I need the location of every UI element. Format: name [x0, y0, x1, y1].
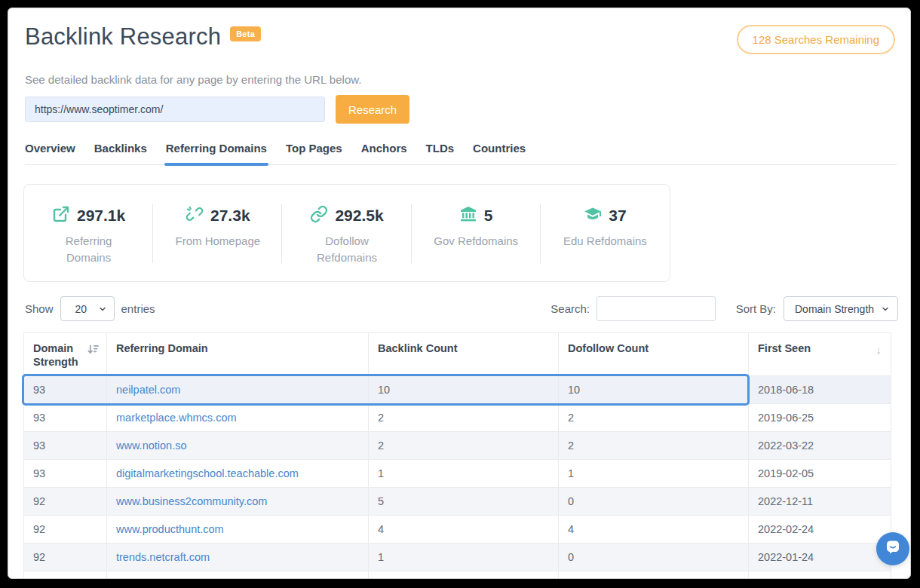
- sort-select[interactable]: Domain Strength: [784, 296, 898, 321]
- cell-backlink-count: 1: [369, 544, 559, 571]
- entries-select[interactable]: 20: [60, 296, 115, 321]
- table-controls: Show 20 entries Search: Sort By: Domain …: [23, 296, 898, 322]
- table-row[interactable]: 92www.business2community.com502022-12-11: [24, 488, 891, 516]
- cell-referring-domain: www.notion.so: [107, 432, 369, 460]
- tab-backlinks[interactable]: Backlinks: [94, 142, 147, 164]
- cell-dofollow-count: 0: [559, 488, 749, 516]
- cell-dofollow-count: 4: [559, 516, 749, 544]
- stat-value: 292.5k: [335, 207, 383, 225]
- tab-overview[interactable]: Overview: [25, 142, 75, 164]
- referring-domain-link[interactable]: neilpatel.com: [116, 384, 180, 396]
- tab-anchors[interactable]: Anchors: [361, 142, 407, 164]
- research-button[interactable]: Research: [336, 95, 409, 124]
- table-row[interactable]: 93www.notion.so222022-03-22: [24, 432, 891, 460]
- cell-domain-strength: 93: [24, 376, 107, 404]
- cell-first-seen: 2022-03-22: [749, 432, 891, 460]
- beta-badge: Beta: [230, 26, 261, 41]
- referring-domain-link[interactable]: marketplace.whmcs.com: [116, 412, 237, 424]
- cell-backlink-count: 2: [369, 404, 559, 432]
- cell-backlink-count: 4: [369, 516, 559, 544]
- cell-backlink-count: 10: [369, 376, 559, 404]
- cell-referring-domain: www.producthunt.com: [107, 516, 369, 544]
- table-row[interactable]: 92trends.netcraft.com102022-01-24: [24, 544, 891, 571]
- cell-domain-strength: 93: [24, 404, 107, 432]
- chat-widget-button[interactable]: [876, 532, 909, 565]
- stats-card: 297.1kReferring Domains27.3kFrom Homepag…: [23, 184, 670, 282]
- cell-first-seen: 2022-12-11: [749, 488, 891, 516]
- cell-dofollow-count: 1: [559, 460, 749, 488]
- referring-domain-link[interactable]: www.notion.so: [116, 439, 187, 452]
- cell-referring-domain: neilpatel.com: [107, 376, 369, 404]
- cell-first-seen: 2022-02-24: [749, 516, 891, 544]
- col-header-domain-strength[interactable]: Domain Strength: [24, 333, 107, 376]
- chevron-down-icon: [881, 305, 890, 314]
- cell-first-seen: 2019-02-05: [749, 460, 891, 488]
- table-row[interactable]: 92www.producthunt.com442022-02-24: [24, 516, 891, 544]
- cell-dofollow-count: 2: [559, 432, 749, 460]
- url-input[interactable]: [25, 96, 325, 122]
- backlink-research-page: Backlink Research Beta 128 Searches Rema…: [8, 8, 911, 579]
- referring-domains-table: Domain Strength Referring Domain Backlin…: [23, 332, 891, 579]
- cell-dofollow-count: 0: [559, 544, 749, 571]
- table-row[interactable]: 93marketplace.whmcs.com222019-06-25: [24, 404, 891, 432]
- table-row[interactable]: 93neilpatel.com10102018-06-18: [24, 376, 891, 404]
- tab-referring-domains[interactable]: Referring Domains: [166, 142, 267, 164]
- search-label: Search:: [550, 302, 590, 315]
- referring-domain-link[interactable]: www.business2community.com: [116, 495, 267, 507]
- chevron-down-icon: [98, 305, 107, 314]
- arrow-down-icon: ↓: [876, 343, 882, 357]
- entries-label: entries: [121, 302, 155, 315]
- cell-dofollow-count: 10: [559, 376, 749, 404]
- show-label: Show: [25, 302, 54, 315]
- cell-domain-strength: 92: [24, 544, 107, 571]
- table-row[interactable]: 93digitalmarketingschool.teachable.com11…: [24, 460, 891, 488]
- cell-referring-domain: trends.netcraft.com: [107, 544, 369, 571]
- col-header-dofollow-count[interactable]: Dofollow Count: [559, 333, 749, 376]
- tab-top-pages[interactable]: Top Pages: [286, 142, 342, 164]
- broken-link-icon: [186, 205, 204, 226]
- cell-domain-strength: 92: [24, 516, 107, 544]
- table-row-partial: [24, 571, 891, 580]
- stat-label: Referring Domains: [44, 233, 134, 266]
- stat-value: 27.3k: [210, 207, 250, 225]
- cell-backlink-count: 1: [369, 460, 559, 488]
- col-header-referring-domain[interactable]: Referring Domain: [107, 333, 369, 376]
- referring-domain-link[interactable]: www.producthunt.com: [116, 523, 224, 535]
- cell-first-seen: 2018-06-18: [749, 376, 891, 404]
- referring-domain-link[interactable]: digitalmarketingschool.teachable.com: [116, 467, 299, 479]
- stat-from-homepage: 27.3kFrom Homepage: [153, 185, 282, 281]
- stat-label: Dofollow Refdomains: [302, 233, 392, 266]
- cell-referring-domain: www.business2community.com: [107, 488, 369, 516]
- cell-referring-domain: marketplace.whmcs.com: [107, 404, 369, 432]
- page-subtitle: See detailed backlink data for any page …: [25, 73, 361, 86]
- show-entries-group: Show 20 entries: [25, 296, 155, 321]
- stat-referring-domains: 297.1kReferring Domains: [24, 185, 153, 281]
- entries-select-value: 20: [75, 303, 87, 315]
- title-row: Backlink Research Beta: [25, 23, 261, 51]
- stat-value: 297.1k: [77, 207, 125, 225]
- stat-label: Edu Refdomains: [560, 233, 650, 250]
- cell-domain-strength: 92: [24, 488, 107, 516]
- stat-label: Gov Refdomains: [431, 233, 521, 250]
- cell-first-seen: 2022-01-24: [749, 544, 891, 571]
- cell-first-seen: 2019-06-25: [749, 404, 891, 432]
- sort-amount-icon: [87, 343, 100, 356]
- external-link-icon: [52, 205, 70, 226]
- stat-value: 37: [609, 207, 626, 225]
- searches-remaining-pill[interactable]: 128 Searches Remaining: [737, 25, 895, 54]
- tab-bar: OverviewBacklinksReferring DomainsTop Pa…: [25, 142, 897, 165]
- tab-countries[interactable]: Countries: [473, 142, 526, 164]
- col-header-first-seen[interactable]: First Seen ↓: [749, 333, 891, 376]
- referring-domain-link[interactable]: trends.netcraft.com: [116, 551, 210, 563]
- tab-tlds[interactable]: TLDs: [426, 142, 455, 164]
- cell-domain-strength: 93: [24, 432, 107, 460]
- stat-dofollow-refdomains: 292.5kDofollow Refdomains: [282, 185, 411, 281]
- sort-by-label: Sort By:: [736, 302, 776, 315]
- col-header-backlink-count[interactable]: Backlink Count: [369, 333, 559, 376]
- cell-dofollow-count: 2: [559, 404, 749, 432]
- url-row: Research: [25, 95, 409, 124]
- stat-edu-refdomains: 37Edu Refdomains: [541, 185, 670, 281]
- cell-domain-strength: 93: [24, 460, 107, 488]
- search-input[interactable]: [596, 296, 716, 321]
- stat-value: 5: [484, 207, 493, 225]
